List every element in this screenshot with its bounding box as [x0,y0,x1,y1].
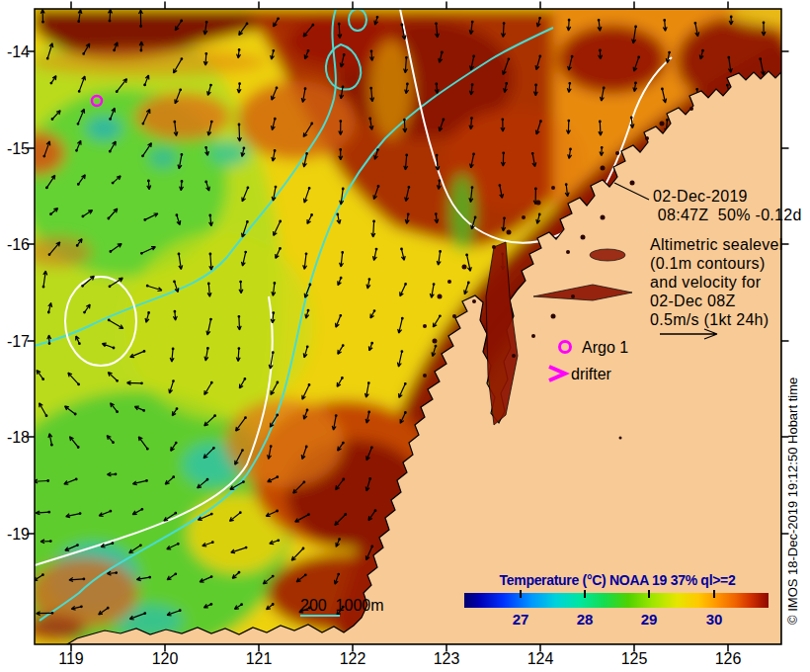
altimetry-note-line: Altimetric sealevel [650,235,783,254]
altimetry-note-line: 02-Dec 08Z [650,292,783,310]
altimetry-note-line: (0.1m contours) [650,254,783,273]
y-tick-label: -19 [7,526,30,543]
colorbar-tickmark [584,590,586,598]
colorbar-tick-label: 27 [513,611,529,628]
altimetry-note-line: 0.5m/s (1kt 24h) [650,310,783,329]
colorbar [464,593,769,608]
x-tick-label: 122 [340,650,366,667]
copyright-text: © IMOS 18-Dec-2019 19:12:50 Hobart time [785,378,800,625]
map-canvas[interactable]: 119120121122123124125126 -14-15-16-17-18… [0,0,810,672]
x-tick-label: 119 [58,650,84,667]
y-tick-label: -15 [7,140,30,157]
y-tick-label: -17 [7,333,30,350]
argo-label: Argo 1 [582,339,628,357]
x-tick-label: 125 [621,650,648,667]
pass-time-quality-label: 08:47Z 50% -0.12d [653,206,802,224]
y-tick-label: -16 [7,236,30,253]
drifter-label: drifter [571,366,611,383]
colorbar-tickmark [520,590,522,598]
y-tick-label: -18 [7,429,30,446]
altimetry-note: Altimetric sealevel(0.1m contours)and ve… [650,235,783,329]
altimetry-note-line: and velocity for [650,273,783,292]
x-axis-labels: 119120121122123124125126 [58,650,741,667]
depth-contour-line-sample [300,615,340,617]
colorbar-tickmark [713,590,715,598]
x-tick-label: 123 [434,650,460,667]
depth-contour-legend: 200 1000m [300,597,384,615]
colorbar-title: Temperature (°C) NOAA 19 37% ql>=2 [464,572,770,588]
x-tick-label: 124 [527,650,554,667]
y-tick-label: -14 [7,43,30,60]
x-tick-label: 121 [246,650,273,667]
y-axis-labels: -14-15-16-17-18-19 [7,43,30,543]
colorbar-tickmark [648,590,650,598]
colorbar-tick-label: 28 [577,611,594,628]
colorbar-tick-label: 29 [641,611,658,628]
colorbar-tick-label: 30 [706,611,723,628]
pass-date-label: 02-Dec-2019 [653,187,748,206]
x-tick-label: 120 [152,650,179,667]
x-tick-label: 126 [715,650,742,667]
sst-map-figure: 119120121122123124125126 -14-15-16-17-18… [0,0,810,672]
